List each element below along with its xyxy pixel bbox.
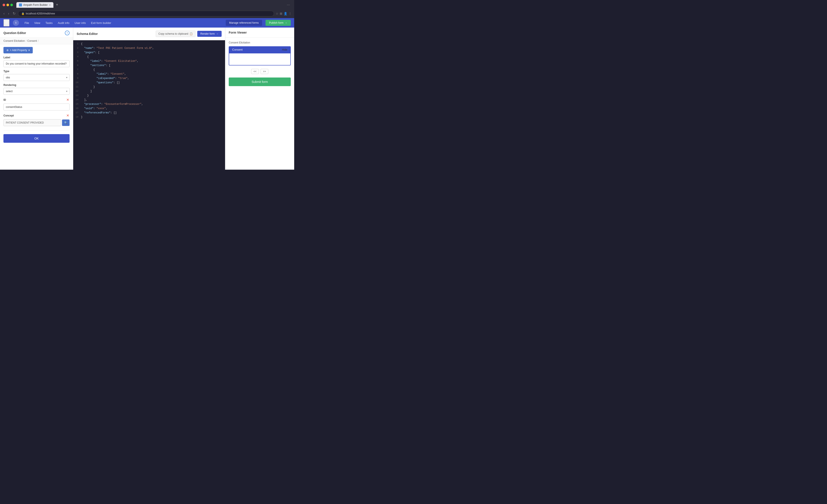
submit-form-button[interactable]: Submit form (229, 78, 291, 86)
id-field-row: ID ✕ (3, 97, 69, 102)
app-navbar: ☰ ⚕ File View Tasks Audit info User info… (0, 18, 294, 28)
line-number: 14 (73, 98, 81, 102)
code-line: 13 } (73, 94, 225, 98)
profile-icon[interactable]: 👤 (284, 12, 287, 15)
publish-arrow-icon: → (285, 21, 287, 24)
line-number: 11 (73, 85, 81, 89)
publish-form-button[interactable]: Publish form → (265, 20, 291, 26)
line-content: } (81, 94, 225, 98)
form-section-card (229, 53, 291, 65)
form-breadcrumb: Consent Elicitation (229, 41, 291, 44)
maximize-traffic-light[interactable] (10, 4, 13, 6)
line-content: "referencedForms": [] (81, 111, 225, 115)
id-delete-button[interactable]: ✕ (66, 97, 69, 102)
close-traffic-light[interactable] (3, 4, 5, 6)
line-number: 10 (73, 81, 81, 85)
tab-close-icon[interactable]: × (49, 3, 51, 7)
label-section: Label (0, 56, 73, 70)
new-tab-button[interactable]: + (54, 2, 60, 8)
line-content: "isExpanded": "true", (81, 77, 225, 81)
line-number: 1 (73, 42, 81, 46)
code-line: 6 "sections": [ (73, 63, 225, 68)
line-number: 3 (73, 51, 81, 55)
bookmark-icon[interactable]: ☆ (276, 12, 279, 15)
line-number: 4 (73, 55, 81, 59)
refresh-button[interactable]: ↻ (12, 10, 16, 16)
extensions-icon[interactable]: ⊞ (280, 12, 282, 15)
line-content: "questions": [] (81, 81, 225, 85)
traffic-lights (3, 4, 13, 6)
concept-search-button[interactable]: 🔍 (62, 119, 69, 126)
nav-view[interactable]: View (32, 20, 42, 26)
render-form-button[interactable]: Render form → (197, 31, 222, 37)
concept-field-row: Concept ✕ (3, 113, 69, 118)
hide-section-button[interactable]: Hide (282, 48, 287, 51)
close-question-editor-button[interactable]: × (65, 31, 69, 35)
type-select[interactable]: obs (3, 74, 69, 81)
nav-exit[interactable]: Exit form builder (89, 20, 113, 26)
breadcrumb-sep-icon: / (26, 39, 26, 42)
concept-delete-button[interactable]: ✕ (66, 113, 69, 118)
minimize-traffic-light[interactable] (6, 4, 9, 6)
add-property-button[interactable]: ⊕ + Add Property ▾ (3, 47, 33, 53)
next-page-button[interactable]: >> (260, 69, 269, 74)
line-number: 13 (73, 94, 81, 98)
line-number: 12 (73, 89, 81, 94)
url-bar[interactable]: 🔒 localhost:4200/#/edit/new (18, 11, 274, 16)
question-editor-panel: Question Editor × Consent Elicitation / … (0, 28, 73, 170)
code-line: 10 "questions": [] (73, 81, 225, 85)
line-content: { (81, 68, 225, 72)
main-layout: Question Editor × Consent Elicitation / … (0, 28, 294, 170)
nav-audit-info[interactable]: Audit info (56, 20, 71, 26)
id-field-input[interactable] (3, 104, 69, 110)
code-editor[interactable]: 1{2 "name": "Test POC Patient Consent Fo… (73, 40, 225, 170)
code-line: 3 "pages": [ (73, 51, 225, 55)
breadcrumb-sep2-icon: / (38, 39, 38, 42)
copy-schema-button[interactable]: Copy schema to clipboard 📋 (156, 31, 196, 37)
url-text: localhost:4200/#/edit/new (26, 12, 271, 15)
breadcrumb: Consent Elicitation / Consent / (0, 38, 73, 44)
line-content: "name": "Test POC Patient Consent Form v… (81, 46, 225, 51)
hamburger-menu-button[interactable]: ☰ (3, 19, 9, 27)
code-line: 14 ], (73, 98, 225, 102)
concept-field-input[interactable] (3, 119, 61, 126)
line-number: 2 (73, 46, 81, 51)
address-bar-icons: ☆ ⊞ 👤 ⋮ (276, 12, 292, 15)
menu-icon[interactable]: ⋮ (289, 12, 292, 15)
ok-button[interactable]: OK (3, 134, 69, 143)
code-line: 11 } (73, 85, 225, 89)
nav-user-info[interactable]: User info (72, 20, 88, 26)
manage-referenced-forms-button[interactable]: Manage referenced forms (226, 20, 262, 26)
add-property-label: + Add Property (10, 49, 27, 52)
publish-form-label: Publish form (269, 21, 283, 24)
nav-tasks[interactable]: Tasks (43, 20, 55, 26)
line-content: "sections": [ (81, 63, 225, 68)
form-viewer-panel: Form Viewer Consent Elicitation Consent … (225, 28, 294, 170)
code-line: 18} (73, 115, 225, 119)
tab-favicon-icon (19, 3, 22, 6)
nav-file[interactable]: File (22, 20, 31, 26)
copy-schema-label: Copy schema to clipboard (158, 32, 188, 35)
search-icon: 🔍 (64, 121, 67, 124)
schema-editor-panel: Schema Editor Copy schema to clipboard 📋… (73, 28, 225, 170)
forward-button[interactable]: › (7, 11, 10, 16)
breadcrumb-1: Consent Elicitation (3, 39, 25, 42)
rendering-select-wrapper: select (3, 88, 69, 95)
line-content: ] (81, 89, 225, 94)
line-number: 7 (73, 68, 81, 72)
code-line: 15 "processor": "EncounterFormProcessor"… (73, 102, 225, 107)
rendering-select[interactable]: select (3, 88, 69, 95)
dropdown-chevron-icon: ▾ (29, 49, 30, 52)
label-field-input[interactable] (3, 60, 69, 67)
type-section: Type obs (0, 70, 73, 84)
id-section: ID ✕ (0, 97, 73, 113)
concept-section: Concept ✕ 🔍 (0, 113, 73, 129)
back-button[interactable]: ‹ (3, 11, 5, 16)
form-page-tab: Consent Hide (229, 46, 291, 53)
line-number: 16 (73, 107, 81, 111)
code-line: 7 { (73, 68, 225, 72)
form-page-tab-label: Consent (232, 48, 243, 51)
plus-icon: ⊕ (6, 49, 9, 52)
active-tab[interactable]: Ampath Form Builder × (16, 2, 53, 8)
prev-page-button[interactable]: << (251, 69, 259, 74)
